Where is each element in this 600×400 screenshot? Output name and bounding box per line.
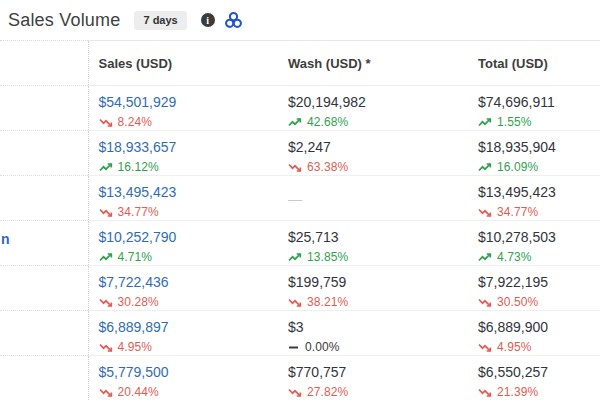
table-header-row: Sales (USD) Wash (USD) * Total (USD) [0, 41, 600, 86]
collection-name-fragment: n [0, 221, 88, 247]
sales-value[interactable]: $6,889,897 [99, 319, 169, 336]
sales-cell: $54,501,929 8.24% [88, 86, 278, 131]
sales-value[interactable]: $7,722,436 [99, 274, 169, 291]
trend-icon [99, 252, 113, 263]
sales-value[interactable]: $10,252,790 [99, 229, 177, 246]
table-row: $6,889,897 4.95% $3 0.00% $6,889,900 4.9… [0, 311, 600, 356]
wash-value: $770,757 [288, 364, 346, 381]
total-change: 4.95% [478, 341, 600, 353]
sales-change: 4.95% [99, 341, 279, 353]
table-row: n $10,252,790 4.71% $25,713 13.85% $10,2… [0, 221, 600, 266]
change-percent: 8.24% [118, 116, 153, 128]
collection-name-fragment [0, 356, 88, 366]
collection-name-fragment [0, 176, 88, 186]
wash-cell: $2,247 63.38% [278, 131, 468, 176]
wash-cell: $199,759 38.21% [278, 266, 468, 311]
total-value: $18,935,904 [478, 139, 556, 156]
total-value: $6,889,900 [478, 319, 548, 336]
sales-change: 4.71% [99, 251, 279, 263]
sales-value[interactable]: $13,495,423 [99, 184, 177, 201]
trend-icon [478, 387, 492, 398]
change-percent: 16.12% [118, 161, 159, 173]
total-column-header[interactable]: Total (USD) [468, 41, 600, 86]
total-value: $6,550,257 [478, 364, 548, 381]
collection-cell[interactable] [0, 86, 88, 131]
sales-value[interactable]: $5,779,500 [99, 364, 169, 381]
wash-value: $25,713 [288, 229, 339, 246]
sales-cell: $6,889,897 4.95% [88, 311, 278, 356]
wash-value: $2,247 [288, 139, 331, 156]
change-percent: 20.44% [118, 386, 159, 398]
wash-change: 42.68% [288, 116, 468, 128]
trend-icon [99, 342, 113, 353]
wash-value: $3 [288, 319, 304, 336]
change-percent: 4.71% [118, 251, 153, 263]
wash-change: 38.21% [288, 296, 468, 308]
trend-icon [99, 387, 113, 398]
trend-icon [288, 252, 302, 263]
table-row: $54,501,929 8.24% $20,194,982 42.68% $74… [0, 86, 600, 131]
sales-value[interactable]: $18,933,657 [99, 139, 177, 156]
trend-icon [478, 162, 492, 173]
wash-change: 27.82% [288, 386, 468, 398]
collection-name-fragment [0, 266, 88, 276]
change-percent: 30.28% [118, 296, 159, 308]
sales-cell: $18,933,657 16.12% [88, 131, 278, 176]
trend-icon [288, 297, 302, 308]
sales-column-header[interactable]: Sales (USD) [88, 41, 278, 86]
trend-icon [288, 117, 302, 128]
change-percent: 30.50% [497, 296, 538, 308]
table-row: $5,779,500 20.44% $770,757 27.82% $6,550… [0, 356, 600, 400]
trend-icon [99, 297, 113, 308]
page-title: Sales Volume [8, 10, 120, 31]
trend-icon [288, 342, 300, 353]
sales-cell: $5,779,500 20.44% [88, 356, 278, 400]
total-cell: $6,550,257 21.39% [468, 356, 600, 400]
total-value: $13,495,423 [478, 184, 556, 201]
change-percent: 1.55% [497, 116, 532, 128]
sales-change: 16.12% [99, 161, 279, 173]
trend-icon [478, 252, 492, 263]
sales-change: 30.28% [99, 296, 279, 308]
wash-cell: $20,194,982 42.68% [278, 86, 468, 131]
change-percent: 4.73% [497, 251, 532, 263]
change-percent: 42.68% [307, 116, 348, 128]
wash-cell: — [278, 176, 468, 221]
total-change: 21.39% [478, 386, 600, 398]
change-percent: 21.39% [497, 386, 538, 398]
sales-cell: $10,252,790 4.71% [88, 221, 278, 266]
collection-cell[interactable] [0, 356, 88, 400]
total-cell: $10,278,503 4.73% [468, 221, 600, 266]
triple-knot-icon[interactable] [224, 11, 243, 30]
page-header: Sales Volume 7 days i [0, 0, 600, 40]
sales-value[interactable]: $54,501,929 [99, 94, 177, 111]
wash-value: $199,759 [288, 274, 346, 291]
wash-value: $20,194,982 [288, 94, 366, 111]
collection-cell[interactable] [0, 131, 88, 176]
total-value: $74,696,911 [478, 94, 555, 111]
collection-cell[interactable] [0, 266, 88, 311]
collection-cell[interactable] [0, 176, 88, 221]
total-change: 16.09% [478, 161, 600, 173]
sales-cell: $13,495,423 34.77% [88, 176, 278, 221]
wash-change: 0.00% [288, 341, 468, 353]
table-body: $54,501,929 8.24% $20,194,982 42.68% $74… [0, 86, 600, 400]
wash-column-header[interactable]: Wash (USD) * [278, 41, 468, 86]
wash-cell: $25,713 13.85% [278, 221, 468, 266]
change-percent: 34.77% [118, 206, 159, 218]
change-percent: 13.85% [307, 251, 348, 263]
trend-icon [478, 297, 492, 308]
trend-icon [478, 207, 492, 218]
sales-change: 8.24% [99, 116, 279, 128]
wash-change: 13.85% [288, 251, 468, 263]
collection-name-fragment [0, 131, 88, 141]
change-percent: 4.95% [118, 341, 153, 353]
period-badge[interactable]: 7 days [134, 11, 186, 30]
info-icon[interactable]: i [201, 13, 215, 27]
collection-column-header [0, 41, 88, 86]
change-percent: 63.38% [307, 161, 348, 173]
collection-cell[interactable]: n [0, 221, 88, 266]
change-percent: 34.77% [497, 206, 538, 218]
collection-cell[interactable] [0, 311, 88, 356]
sales-volume-table: Sales (USD) Wash (USD) * Total (USD) $54… [0, 40, 600, 400]
